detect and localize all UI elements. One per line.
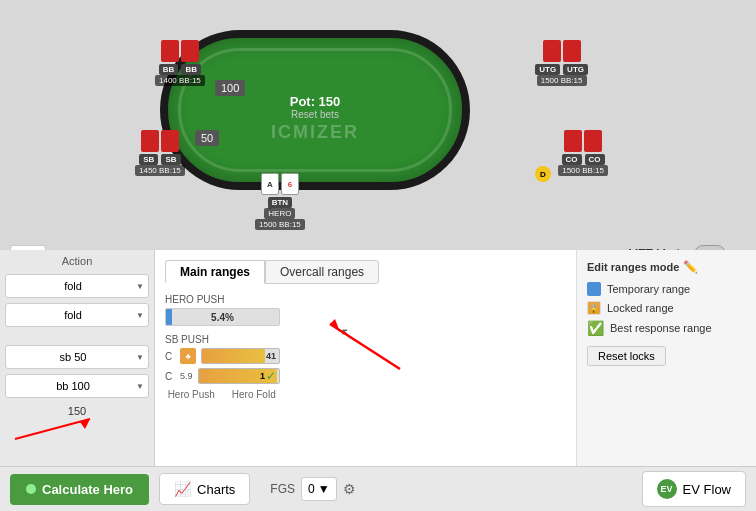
utg-label: UTG: [563, 64, 588, 75]
ev-flow-label: EV Flow: [683, 482, 731, 497]
bottom-bar: Calculate Hero 📈 Charts FGS 0 ▼ ⚙ EV EV …: [0, 466, 756, 511]
red-arrow-svg: [310, 314, 410, 374]
sb-push-bar-1: 41: [201, 348, 280, 364]
seat-bb: BB BB 1400 BB:15: [155, 40, 205, 86]
col-hero-push: Hero Push: [165, 389, 218, 400]
chip-stack-100: 100: [215, 80, 245, 96]
red-arrow-indicator: [10, 414, 110, 444]
row-c-1: C: [165, 351, 175, 362]
locked-range-item: 🔒 Locked range: [587, 301, 746, 315]
locked-range-color: 🔒: [587, 301, 601, 315]
edit-ranges-label: Edit ranges mode: [587, 261, 679, 273]
btn-hero-label: HERO: [264, 208, 295, 219]
bb-stack: 1400 BB:15: [155, 75, 205, 86]
dealer-button: D: [535, 166, 551, 182]
action-select-1-label: fold: [10, 280, 136, 292]
btn-stack: 1500 BB:15: [255, 219, 305, 230]
fgs-label: FGS: [270, 482, 295, 496]
bb-card-2: [181, 40, 199, 62]
chip-stack-50: 50: [195, 130, 219, 146]
action-select-1[interactable]: fold ▼: [5, 274, 149, 298]
utg-card-1: [543, 40, 561, 62]
sb-push-row-2: C 5.9 1 ✓: [165, 368, 280, 384]
sb-push-val-2: 5.9: [180, 371, 193, 381]
reset-locks-button[interactable]: Reset locks: [587, 346, 666, 366]
bb-name-tag: BB: [159, 64, 179, 75]
co-card-2: [584, 130, 602, 152]
chevron-down-icon-4: ▼: [136, 382, 144, 391]
tab-overcall-ranges[interactable]: Overcall ranges: [265, 260, 379, 284]
action-select-3[interactable]: sb 50 ▼: [5, 345, 149, 369]
seat-sb: SB SB 1450 BB:15: [135, 130, 185, 176]
temporary-range-label: Temporary range: [607, 283, 690, 295]
hero-push-bar-fill: [166, 309, 172, 325]
hero-push-column: HERO PUSH 5.4% SB PUSH C ♣ 41: [165, 294, 280, 400]
action-select-4[interactable]: bb 100 ▼: [5, 374, 149, 398]
checkmark-icon: ✓: [266, 369, 276, 383]
sb-push-title: SB PUSH: [165, 334, 280, 345]
svg-line-0: [15, 419, 90, 439]
charts-label: Charts: [197, 482, 235, 497]
ev-flow-button[interactable]: EV EV Flow: [642, 471, 746, 507]
ranges-columns: HERO PUSH 5.4% SB PUSH C ♣ 41: [165, 294, 566, 400]
hero-push-title: HERO PUSH: [165, 294, 280, 305]
gear-button[interactable]: ⚙: [343, 481, 356, 497]
sb-push-section: SB PUSH C ♣ 41 C 5.9: [165, 334, 280, 384]
co-card-1: [564, 130, 582, 152]
watermark: ICMIZER: [271, 122, 359, 143]
lock-icon: 🔒: [588, 304, 599, 314]
tab-main-ranges[interactable]: Main ranges: [165, 260, 265, 284]
pencil-icon: ✏️: [683, 260, 698, 274]
seat-utg: UTG UTG 1500 BB:15: [535, 40, 588, 86]
chart-icon: 📈: [174, 481, 191, 497]
utg-name-tag: UTG: [535, 64, 560, 75]
hero-push-bar-container: 5.4%: [165, 308, 280, 326]
seat-btn: D A♣ 6♦ BTN HERO 1500 BB:15: [255, 173, 305, 230]
chevron-down-icon-2: ▼: [136, 311, 144, 320]
fgs-select[interactable]: 0 ▼: [301, 477, 337, 501]
bb-card-1: [161, 40, 179, 62]
sb-card-2: [161, 130, 179, 152]
fgs-section: FGS 0 ▼ ⚙: [270, 477, 355, 501]
temporary-range-color: [587, 282, 601, 296]
poker-table: Pot: 150 Reset bets ICMIZER: [160, 30, 470, 190]
calculate-hero-button[interactable]: Calculate Hero: [10, 474, 149, 505]
sb-push-bar-right-2: 1 ✓: [260, 369, 276, 383]
sb-stack: 1450 BB:15: [135, 165, 185, 176]
temporary-range-item: Temporary range: [587, 282, 746, 296]
fgs-value: 0: [308, 482, 315, 496]
calculate-hero-label: Calculate Hero: [42, 482, 133, 497]
seat-co: CO CO 1500 BB:15: [558, 130, 608, 176]
right-area: ↖: [300, 294, 566, 400]
edit-ranges-title: Edit ranges mode ✏️: [587, 260, 746, 274]
chevron-down-icon-1: ▼: [136, 282, 144, 291]
calculate-status-indicator: [26, 484, 36, 494]
utg-stack: 1500 BB:15: [537, 75, 587, 86]
charts-button[interactable]: 📈 Charts: [159, 473, 250, 505]
sb-push-bar-label-1: 41: [266, 351, 276, 361]
sb-push-bar-fill-1: [202, 349, 265, 363]
sb-push-bar-2: 1 ✓: [198, 368, 280, 384]
ev-icon: EV: [657, 479, 677, 499]
sb-push-bar-val-2: 1: [260, 371, 265, 381]
sb-label: SB: [161, 154, 180, 165]
best-response-range-item: ✅ Best response range: [587, 320, 746, 336]
action-select-2[interactable]: fold ▼: [5, 303, 149, 327]
reset-bets-button[interactable]: Reset bets: [290, 109, 341, 120]
gear-icon: ⚙: [343, 481, 356, 497]
co-stack: 1500 BB:15: [558, 165, 608, 176]
locked-range-label: Locked range: [607, 302, 674, 314]
pot-label: Pot: 150: [290, 94, 341, 109]
co-name-tag: CO: [562, 154, 582, 165]
co-label: CO: [585, 154, 605, 165]
row-c-2: C: [165, 371, 175, 382]
action-select-4-label: bb 100: [10, 380, 136, 392]
sb-card-1: [141, 130, 159, 152]
col-labels: Hero Push Hero Fold: [165, 389, 280, 400]
tabs: Main ranges Overcall ranges: [165, 260, 566, 284]
checkmark-green-icon: ✅: [587, 320, 604, 336]
poker-table-area: Pot: 150 Reset bets ICMIZER 100 50 BB BB…: [0, 0, 756, 250]
utg-card-2: [563, 40, 581, 62]
action-select-3-label: sb 50: [10, 351, 136, 363]
action-label: Action: [5, 255, 149, 267]
